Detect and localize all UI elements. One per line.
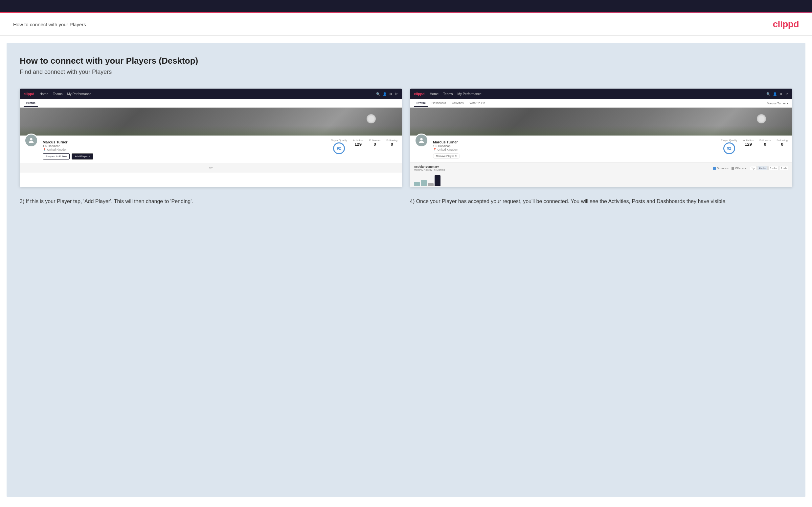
activity-subtitle: Monthly Activity · 6 Months (414, 168, 445, 171)
settings-icon-2[interactable]: ⚙ (779, 92, 782, 96)
mock-nav-items-1: Home Teams My Performance (39, 92, 91, 96)
followers-label-2: Followers (759, 139, 771, 142)
footer: Copyright Clippd 2022 (0, 504, 812, 507)
chart-bar-3 (428, 183, 434, 186)
time-6mths[interactable]: 6 mths (757, 166, 768, 170)
top-bar (0, 0, 812, 12)
mock-navbar-1: clippd Home Teams My Performance 🔍 👤 ⚙ 🏳 (20, 89, 402, 99)
quality-circle-2: 92 (723, 143, 735, 154)
chart-bar-4 (435, 175, 441, 186)
page-title: How to connect with your Players (Deskto… (20, 56, 792, 66)
tab-profile-1[interactable]: Profile (23, 100, 38, 107)
user-icon-1[interactable]: 👤 (383, 92, 387, 96)
activities-label-2: Activities (743, 139, 754, 142)
following-label-1: Following (386, 139, 398, 142)
mock-nav-myperformance-2: My Performance (458, 92, 481, 96)
tab-dashboard-2[interactable]: Dashboard (429, 100, 449, 107)
search-icon-1[interactable]: 🔍 (376, 92, 380, 96)
add-player-button[interactable]: Add Player + (71, 153, 93, 160)
following-value-2: 0 (776, 142, 788, 147)
request-to-follow-button[interactable]: Request to Follow (43, 153, 70, 160)
pencil-icon: ✏ (209, 165, 213, 170)
flag-icon-2[interactable]: 🏳 (785, 92, 789, 96)
mock-tabbar-1: Profile (20, 99, 402, 108)
mock-nav-myperformance-1: My Performance (67, 92, 91, 96)
mock-nav-items-2: Home Teams My Performance (429, 92, 481, 96)
breadcrumb: How to connect with your Players (13, 22, 86, 27)
mock-stats-1: Player Quality 92 Activities 129 Followe… (331, 139, 398, 154)
mock-nav-teams-1: Teams (53, 92, 62, 96)
remove-player-button[interactable]: Remove Player ✕ (433, 153, 460, 159)
tab-whattoon-2[interactable]: What To On (467, 100, 488, 107)
time-3mths[interactable]: 3 mths (768, 166, 778, 170)
logo: clippd (773, 19, 799, 30)
activities-value-1: 129 (353, 142, 363, 147)
svg-point-0 (30, 138, 32, 140)
caption-2: 4) Once your Player has accepted your re… (410, 198, 792, 206)
screenshots-row: clippd Home Teams My Performance 🔍 👤 ⚙ 🏳… (20, 89, 792, 187)
page-subtitle: Find and connect with your Players (20, 69, 792, 75)
search-icon-2[interactable]: 🔍 (766, 92, 770, 96)
quality-label-2: Player Quality (721, 139, 738, 142)
main-content: How to connect with your Players (Deskto… (7, 43, 805, 497)
legend-offcourse: Off course (731, 167, 747, 170)
svg-point-1 (420, 138, 422, 140)
mock-buttons-2: Remove Player ✕ (433, 153, 718, 159)
chart-bar-1 (414, 182, 420, 186)
time-1yr[interactable]: 1 yr (750, 166, 757, 170)
caption-1: 3) If this is your Player tap, 'Add Play… (20, 198, 402, 206)
screenshot-1: clippd Home Teams My Performance 🔍 👤 ⚙ 🏳… (20, 89, 402, 187)
mock-logo-2: clippd (414, 92, 424, 96)
time-buttons: 1 yr 6 mths 3 mths 1 mth (750, 166, 789, 170)
activity-legend: On course Off course 1 yr 6 mths 3 mths … (713, 166, 789, 170)
player-location-2: 📍 United Kingdom (433, 148, 718, 151)
player-location-1: 📍 United Kingdom (43, 148, 328, 151)
followers-value-2: 0 (759, 142, 771, 147)
player-handicap-2: 1-5 Handicap (433, 145, 718, 148)
following-label-2: Following (776, 139, 788, 142)
svg-rect-3 (731, 167, 734, 170)
chart-bar-2 (421, 180, 427, 186)
activity-title: Activity Summary (414, 165, 445, 168)
quality-label-1: Player Quality (331, 139, 347, 142)
player-name-2: Marcus Turner (433, 140, 718, 144)
followers-label-1: Followers (369, 139, 380, 142)
mock-nav-home-1: Home (39, 92, 48, 96)
mock-nav-teams-2: Teams (443, 92, 453, 96)
header-divider (13, 36, 799, 36)
activities-value-2: 129 (743, 142, 754, 147)
mock-nav-icons-1: 🔍 👤 ⚙ 🏳 (376, 92, 398, 96)
flag-icon-1[interactable]: 🏳 (395, 92, 398, 96)
mock-hero-1 (20, 108, 402, 135)
user-icon-2[interactable]: 👤 (773, 92, 777, 96)
quality-circle-1: 92 (333, 143, 345, 154)
avatar-1 (24, 133, 38, 147)
mock-profile-section-1: Marcus Turner 1-5 Handicap 📍 United King… (20, 135, 402, 163)
mock-tabbar-2: Profile Dashboard Activities What To On … (410, 99, 792, 108)
tab-profile-2[interactable]: Profile (414, 100, 428, 107)
time-1mth[interactable]: 1 mth (779, 166, 789, 170)
mock-nav-icons-2: 🔍 👤 ⚙ 🏳 (766, 92, 789, 96)
mock-hero-2 (410, 108, 792, 135)
screenshot-2: clippd Home Teams My Performance 🔍 👤 ⚙ 🏳… (410, 89, 792, 187)
captions-row: 3) If this is your Player tap, 'Add Play… (20, 198, 792, 206)
player-name-1: Marcus Turner (43, 140, 328, 144)
mock-stats-2: Player Quality 92 Activities 129 Followe… (721, 139, 788, 154)
svg-rect-2 (713, 167, 716, 170)
legend-oncourse: On course (713, 167, 729, 170)
settings-icon-1[interactable]: ⚙ (389, 92, 392, 96)
tab-right-user[interactable]: Marcus Turner ▾ (767, 102, 789, 105)
avatar-2 (414, 133, 428, 147)
mock-nav-home-2: Home (429, 92, 439, 96)
tab-activities-2[interactable]: Activities (449, 100, 466, 107)
player-handicap-1: 1-5 Handicap (43, 145, 328, 148)
activity-summary-bar: Activity Summary Monthly Activity · 6 Mo… (410, 162, 792, 174)
mock-logo-1: clippd (23, 92, 34, 96)
following-value-1: 0 (386, 142, 398, 147)
mock-navbar-2: clippd Home Teams My Performance 🔍 👤 ⚙ 🏳 (410, 89, 792, 99)
mock-buttons-1: Request to Follow Add Player + (43, 153, 328, 160)
activities-label-1: Activities (353, 139, 363, 142)
chart-area (410, 174, 792, 187)
header: How to connect with your Players clippd (0, 13, 812, 36)
followers-value-1: 0 (369, 142, 380, 147)
